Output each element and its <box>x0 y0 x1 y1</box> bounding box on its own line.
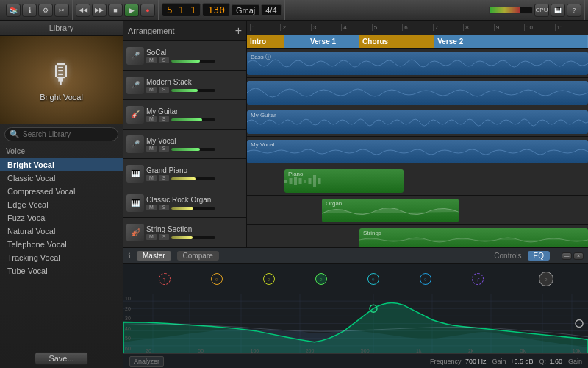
mute-btn-grand-piano[interactable]: M <box>146 175 157 181</box>
eq-band-row: ╮ ○ ○ ○ ○ ○ ╭ ○ <box>123 264 588 294</box>
solo-btn-grand-piano[interactable]: S <box>159 175 169 181</box>
db-label-50: 50 <box>125 336 131 341</box>
q-info: Q: 1.60 <box>539 358 562 365</box>
mute-btn-modern-stack[interactable]: M <box>146 87 157 93</box>
freq-value: 700 Hz <box>465 358 487 365</box>
section-intro[interactable]: Intro <box>247 35 284 48</box>
solo-btn-socal[interactable]: S <box>159 57 169 63</box>
voice-item-edge-vocal[interactable]: Edge Vocal <box>0 198 123 211</box>
instrument-name: Bright Vocal <box>40 93 83 102</box>
eq-close-btn[interactable]: × <box>573 252 584 260</box>
waveform-my-guitar <box>247 110 588 134</box>
fader-modern-stack[interactable] <box>171 89 215 92</box>
clip-my-vocal[interactable]: My Vocal <box>247 140 588 163</box>
eq-band-4[interactable]: ○ <box>315 273 327 285</box>
eq-band-3[interactable]: ○ <box>263 273 275 285</box>
fader-my-guitar[interactable] <box>171 118 215 121</box>
voice-item-classic-vocal[interactable]: Classic Vocal <box>0 171 123 185</box>
voice-item-tube-vocal[interactable]: Tube Vocal <box>0 264 123 277</box>
eq-controls-label[interactable]: Controls <box>494 252 521 260</box>
track-icon-classic-rock-organ: 🎹 <box>126 194 144 212</box>
help-btn[interactable]: ? <box>567 4 581 17</box>
stop-btn[interactable]: ■ <box>108 4 123 17</box>
waveform-my-vocal <box>247 140 588 163</box>
voice-item-telephone-vocal[interactable]: Telephone Vocal <box>0 238 123 251</box>
track-headers: Arrangement + 🎤 SoCal M S <box>123 21 247 247</box>
clip-socal[interactable]: Bass ⓘ <box>247 52 588 75</box>
svg-rect-5 <box>309 178 312 184</box>
mute-btn-my-vocal[interactable]: M <box>146 146 157 152</box>
search-icon: 🔍 <box>10 130 20 139</box>
mute-btn-string-section[interactable]: M <box>146 234 157 240</box>
add-track-btn[interactable]: + <box>235 24 242 38</box>
solo-btn-string-section[interactable]: S <box>159 234 169 240</box>
cpu-btn[interactable]: CPU <box>534 4 549 17</box>
timeline-ruler: 1 2 3 4 5 6 7 8 9 10 11 <box>247 21 588 35</box>
clip-grand-piano[interactable]: Piano <box>284 169 404 193</box>
mute-btn-classic-rock-organ[interactable]: M <box>146 205 157 210</box>
fader-grand-piano[interactable] <box>171 177 215 180</box>
info-btn[interactable]: ℹ <box>22 4 37 17</box>
eq-tab-master[interactable]: Master <box>137 251 171 261</box>
eq-band-1[interactable]: ╮ <box>159 273 171 285</box>
solo-btn-my-vocal[interactable]: S <box>159 146 169 152</box>
mute-btn-socal[interactable]: M <box>146 57 157 63</box>
voice-item-fuzz-vocal[interactable]: Fuzz Vocal <box>0 211 123 224</box>
library-header: Library <box>0 21 123 36</box>
search-bar[interactable]: 🔍 <box>4 127 118 141</box>
eq-tab-compare[interactable]: Compare <box>177 251 219 261</box>
rewind-btn[interactable]: ◀◀ <box>76 4 90 17</box>
clip-modern-stack[interactable] <box>247 81 588 105</box>
voice-item-bright-vocal[interactable]: Bright Vocal <box>0 158 123 171</box>
analyzer-button[interactable]: Analyzer <box>129 356 164 367</box>
track-name-string-section: String Section <box>146 225 243 233</box>
section-verse2[interactable]: Verse 2 <box>434 35 588 48</box>
q-value: 1.60 <box>549 358 562 365</box>
solo-btn-modern-stack[interactable]: S <box>159 87 169 93</box>
track-name-classic-rock-organ: Classic Rock Organ <box>146 196 243 204</box>
search-input[interactable] <box>23 130 113 138</box>
library-btn[interactable]: 📚 <box>6 4 21 17</box>
section-labels: Intro Verse 1 Chorus Verse 2 <box>247 35 588 49</box>
clip-string-section[interactable]: Strings <box>359 228 588 247</box>
eq-tab-eq[interactable]: EQ <box>528 251 550 261</box>
eq-band-gain[interactable]: ○ <box>539 272 553 286</box>
settings-btn[interactable]: ⚙ <box>38 4 53 17</box>
waveform-classic-rock-organ <box>322 199 459 222</box>
eq-band-5[interactable]: ○ <box>368 273 379 285</box>
play-btn[interactable]: ▶ <box>124 4 139 17</box>
beat-number: 1 <box>179 4 184 15</box>
solo-btn-my-guitar[interactable]: S <box>159 116 169 122</box>
mute-btn-my-guitar[interactable]: M <box>146 116 157 122</box>
eq-minimize-btn[interactable]: — <box>562 252 572 260</box>
clip-classic-rock-organ[interactable]: Organ <box>322 199 459 222</box>
voice-item-compressed-vocal[interactable]: Compressed Vocal <box>0 185 123 198</box>
freq-label-500: 500 <box>361 348 370 353</box>
eq-band-7[interactable]: ╭ <box>472 273 484 285</box>
fader-my-vocal[interactable] <box>171 148 215 151</box>
tools-btn[interactable]: ✂ <box>54 4 69 17</box>
fader-socal[interactable] <box>171 60 215 63</box>
fader-classic-rock-organ[interactable] <box>171 207 215 210</box>
frequency-label: Frequency 700 Hz <box>430 358 487 365</box>
midi-btn[interactable]: 🎹 <box>551 4 565 17</box>
section-verse1[interactable]: Verse 1 <box>284 35 359 48</box>
eq-band-2[interactable]: ○ <box>211 273 223 285</box>
tracks-area: Bass ⓘ <box>247 49 588 247</box>
solo-btn-classic-rock-organ[interactable]: S <box>159 205 169 210</box>
fader-string-section[interactable] <box>171 236 215 239</box>
record-btn[interactable]: ● <box>140 4 155 17</box>
voice-item-tracking-vocal[interactable]: Tracking Vocal <box>0 251 123 264</box>
ruler-mark-10: 10 <box>524 24 554 31</box>
eq-band-6[interactable]: ○ <box>420 273 431 285</box>
section-chorus[interactable]: Chorus <box>359 35 434 48</box>
key-display[interactable]: Gmaj <box>232 4 259 16</box>
track-lane-socal: Bass ⓘ <box>247 49 588 78</box>
time-sig-display[interactable]: 4/4 <box>261 4 281 16</box>
ruler-mark-5: 5 <box>372 24 402 31</box>
clip-my-guitar[interactable]: My Guitar <box>247 110 588 134</box>
voice-item-natural-vocal[interactable]: Natural Vocal <box>0 224 123 238</box>
save-button[interactable]: Save... <box>35 352 87 365</box>
tempo-display[interactable]: 130 <box>202 3 229 17</box>
forward-btn[interactable]: ▶▶ <box>92 4 107 17</box>
